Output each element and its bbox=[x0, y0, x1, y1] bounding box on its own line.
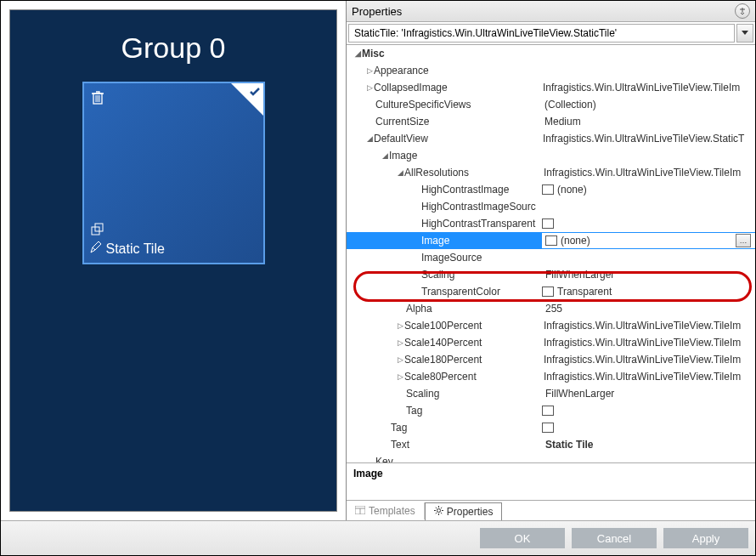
svg-line-16 bbox=[436, 513, 437, 513]
pin-icon[interactable] bbox=[735, 3, 750, 19]
selected-corner bbox=[231, 83, 263, 116]
svg-line-15 bbox=[441, 513, 442, 513]
prop-highcontrastimage[interactable]: HighContrastImage(none) bbox=[347, 181, 755, 198]
design-canvas-panel: Group 0 Static Tile bbox=[1, 1, 346, 520]
object-selector-text: StaticTile: 'Infragistics.Win.UltraWinLi… bbox=[348, 24, 735, 43]
bottom-tabs: Templates Properties bbox=[347, 500, 755, 520]
cancel-button[interactable]: Cancel bbox=[572, 528, 657, 548]
prop-highcontrastimagesource[interactable]: HighContrastImageSourc bbox=[347, 198, 755, 215]
prop-appearance[interactable]: ▷Appearance bbox=[347, 62, 755, 79]
ellipsis-button[interactable]: … bbox=[736, 234, 751, 247]
prop-culturespecificviews[interactable]: CultureSpecificViews(Collection) bbox=[347, 96, 755, 113]
static-tile[interactable]: Static Tile bbox=[82, 82, 265, 264]
prop-transparentcolor[interactable]: TransparentColorTransparent bbox=[347, 283, 755, 300]
svg-line-14 bbox=[436, 508, 437, 508]
prop-scale100[interactable]: ▷Scale100PercentInfragistics.Win.UltraWi… bbox=[347, 317, 755, 334]
prop-image-parent[interactable]: ◢Image bbox=[347, 147, 755, 164]
pencil-icon[interactable] bbox=[89, 241, 103, 257]
prop-currentsize[interactable]: CurrentSizeMedium bbox=[347, 113, 755, 130]
prop-scale180[interactable]: ▷Scale180PercentInfragistics.Win.UltraWi… bbox=[347, 351, 755, 368]
prop-scaling2[interactable]: ScalingFillWhenLarger bbox=[347, 385, 755, 402]
properties-panel: Properties StaticTile: 'Infragistics.Win… bbox=[346, 1, 755, 520]
prop-defaultview[interactable]: ◢DefaultViewInfragistics.Win.UltraWinLiv… bbox=[347, 130, 755, 147]
group-title: Group 0 bbox=[27, 31, 319, 65]
prop-key[interactable]: Key bbox=[347, 453, 755, 462]
category-misc[interactable]: ◢Misc bbox=[347, 45, 755, 62]
properties-header: Properties bbox=[347, 1, 755, 22]
apply-button[interactable]: Apply bbox=[663, 528, 748, 548]
prop-scale140[interactable]: ▷Scale140PercentInfragistics.Win.UltraWi… bbox=[347, 334, 755, 351]
prop-imagesource[interactable]: ImageSource bbox=[347, 249, 755, 266]
prop-tag[interactable]: Tag bbox=[347, 402, 755, 419]
ok-button[interactable]: OK bbox=[480, 528, 565, 548]
properties-title: Properties bbox=[352, 5, 402, 18]
prop-collapsedimage[interactable]: ▷CollapsedImageInfragistics.Win.UltraWin… bbox=[347, 79, 755, 96]
description-panel: Image bbox=[347, 462, 755, 500]
gear-icon bbox=[434, 506, 443, 518]
prop-text[interactable]: TextStatic Tile bbox=[347, 436, 755, 453]
tab-templates[interactable]: Templates bbox=[347, 502, 425, 519]
design-canvas[interactable]: Group 0 Static Tile bbox=[9, 9, 337, 512]
tab-properties[interactable]: Properties bbox=[425, 502, 503, 520]
svg-line-17 bbox=[441, 508, 442, 508]
property-grid[interactable]: ◢Misc ▷Appearance ▷CollapsedImageInfragi… bbox=[347, 45, 755, 462]
prop-scale80[interactable]: ▷Scale80PercentInfragistics.Win.UltraWin… bbox=[347, 368, 755, 385]
trash-icon[interactable] bbox=[91, 90, 104, 108]
templates-icon bbox=[355, 505, 365, 517]
dialog-button-bar: OK Cancel Apply bbox=[1, 520, 755, 555]
prop-image-selected[interactable]: Image(none)… bbox=[347, 232, 755, 249]
object-selector[interactable]: StaticTile: 'Infragistics.Win.UltraWinLi… bbox=[347, 22, 755, 45]
prop-highcontrasttransparent[interactable]: HighContrastTransparent bbox=[347, 215, 755, 232]
tile-text: Static Tile bbox=[106, 241, 165, 257]
prop-tag2[interactable]: Tag bbox=[347, 419, 755, 436]
prop-alpha[interactable]: Alpha255 bbox=[347, 300, 755, 317]
prop-allresolutions[interactable]: ◢AllResolutionsInfragistics.Win.UltraWin… bbox=[347, 164, 755, 181]
description-title: Image bbox=[353, 468, 383, 479]
prop-scaling[interactable]: ScalingFillWhenLarger bbox=[347, 266, 755, 283]
copy-icon[interactable] bbox=[91, 223, 104, 239]
svg-point-9 bbox=[437, 509, 440, 513]
dropdown-button[interactable] bbox=[736, 24, 753, 43]
